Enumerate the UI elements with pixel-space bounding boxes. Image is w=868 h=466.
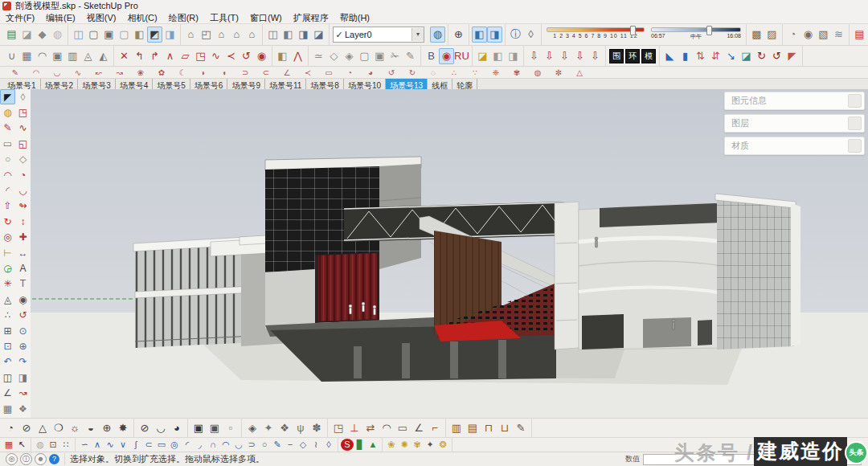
3d-text-tool[interactable]: T: [15, 276, 31, 292]
disabled-circle-icon[interactable]: ◍: [34, 439, 47, 451]
sandbox-drape-icon[interactable]: ▥: [65, 48, 80, 64]
bezier-open-right-icon[interactable]: ⊃: [245, 439, 258, 451]
view-iso-icon[interactable]: ⌂: [183, 27, 199, 43]
shadow-ground-icon[interactable]: ▨: [764, 27, 780, 43]
time-slider-handle[interactable]: [706, 26, 712, 35]
import-n-icon[interactable]: ⇩: [572, 48, 588, 64]
dropdown-arrow-icon[interactable]: ▾: [411, 28, 424, 41]
select-dots-icon[interactable]: ∷: [59, 439, 72, 451]
swap-vertical-icon[interactable]: ⇅: [693, 48, 708, 64]
bezier-wave-icon[interactable]: ≀: [309, 439, 322, 451]
rotate-tool[interactable]: ↻: [0, 214, 15, 229]
scissors-cut-icon[interactable]: ✕: [117, 48, 132, 64]
protractor-tool[interactable]: ◶: [0, 260, 15, 276]
photo-textures-icon[interactable]: ▧: [816, 27, 831, 43]
box-mode-b-icon[interactable]: ◨: [487, 27, 502, 43]
blue-wedge-icon[interactable]: ◣: [662, 48, 678, 64]
disc-texture-icon[interactable]: ◍: [529, 67, 547, 78]
rectangle-tool[interactable]: ▭: [0, 136, 15, 151]
teal-box-icon[interactable]: ◪: [739, 48, 754, 64]
move-tool[interactable]: ✚: [15, 230, 31, 245]
shadow-month-slider[interactable]: 1 2 3 4 5 6 7 8 9 10 11 12: [547, 27, 645, 39]
shadow-settings-icon[interactable]: ▩: [749, 27, 764, 43]
ib-tool-icon[interactable]: B: [424, 48, 439, 64]
half-disc-left-icon[interactable]: ◖: [215, 67, 233, 78]
style-xray-icon[interactable]: ◫: [71, 27, 86, 43]
zoom-tool[interactable]: ⊙: [15, 323, 31, 338]
select-box-icon[interactable]: ⊡: [47, 439, 59, 451]
corner-tool-icon[interactable]: ◳: [330, 420, 346, 436]
panel-collapse-button[interactable]: [848, 94, 862, 108]
gem-solid-icon[interactable]: ◈: [342, 48, 357, 64]
import-v-icon[interactable]: ⇩: [557, 48, 572, 64]
picker-icon[interactable]: ✎: [513, 420, 529, 436]
angle-draw-icon[interactable]: ∠: [278, 67, 296, 78]
cube-yellow-icon[interactable]: ◪: [475, 48, 490, 64]
dots-up-icon[interactable]: ∴: [445, 67, 463, 78]
arc-brown-icon[interactable]: ◠: [379, 420, 395, 436]
panel-collapse-button[interactable]: [848, 117, 862, 130]
pan-tool[interactable]: ⊞: [0, 323, 15, 338]
angle-brown-icon[interactable]: ∠: [411, 420, 427, 436]
bezier-open-left-icon[interactable]: ⊂: [142, 439, 155, 451]
photo-match-icon[interactable]: ◔: [785, 27, 800, 43]
half-disc-right-icon[interactable]: ◗: [194, 67, 212, 78]
style-shaded-textures-icon[interactable]: ◩: [147, 27, 162, 43]
freehand-tool[interactable]: ∿: [15, 121, 31, 136]
edit-component-icon[interactable]: ◫: [265, 27, 280, 43]
color-wheel-icon[interactable]: ▦: [2, 439, 15, 451]
s-curve-badge-icon[interactable]: S: [341, 439, 354, 451]
menu-item[interactable]: 视图(V): [81, 12, 122, 24]
circle-slash-icon[interactable]: ⊘: [137, 420, 153, 436]
peak-pencil-icon[interactable]: ∧: [162, 48, 178, 64]
component-attributes-icon[interactable]: ◨: [296, 27, 311, 43]
offset-tool[interactable]: ◎: [0, 230, 15, 245]
bezier-polyline-icon[interactable]: ∽: [78, 439, 91, 451]
bezier-circle-icon[interactable]: ◎: [168, 439, 181, 451]
geolocation-icon[interactable]: ◎: [6, 453, 18, 465]
polygon-tool[interactable]: ◇: [15, 152, 31, 167]
sine-wave-icon[interactable]: ∿: [69, 67, 87, 78]
bezier-corner-br-icon[interactable]: ◞: [194, 439, 207, 451]
view-top-icon[interactable]: ◰: [199, 27, 214, 43]
view-right-icon[interactable]: ⌂: [229, 27, 244, 43]
bench-icon[interactable]: ⊓: [481, 420, 497, 436]
squiggle-wire-icon[interactable]: ∿: [208, 48, 223, 64]
snowflake-box-icon[interactable]: ❖: [276, 420, 293, 436]
section-plane-tool[interactable]: ◫: [0, 370, 15, 385]
sandbox-from-contours-icon[interactable]: ∪: [4, 48, 19, 64]
look-around-tool[interactable]: ◉: [15, 292, 31, 307]
corner-up-icon[interactable]: ↰: [132, 48, 147, 64]
credits-icon[interactable]: ⓘ: [20, 453, 32, 465]
gear-sun-icon[interactable]: ✸: [115, 420, 131, 436]
cube-gray-b-icon[interactable]: ◨: [506, 48, 521, 64]
panel-header[interactable]: 图层: [724, 114, 865, 133]
swap-tool-icon[interactable]: ⇄: [362, 420, 379, 436]
cone-icon[interactable]: △: [35, 420, 51, 436]
dimension-tool[interactable]: ↔: [15, 245, 31, 260]
teapot-outline-icon[interactable]: ◡: [153, 420, 169, 436]
globe-grid-icon[interactable]: ⊕: [99, 420, 115, 436]
bezier-pen-icon[interactable]: ✎: [271, 439, 284, 451]
flower-spark-icon[interactable]: ✼: [550, 67, 567, 78]
chair-tool-icon[interactable]: ⌐: [427, 420, 443, 436]
extension-tool-tool[interactable]: ❖: [15, 401, 31, 416]
menu-item[interactable]: 扩展程序: [288, 12, 334, 24]
style-wireframe-icon[interactable]: ▢: [86, 27, 101, 43]
cube-gray-a-icon[interactable]: ◧: [490, 48, 506, 64]
diamond-eye-icon[interactable]: ◈: [244, 420, 260, 436]
entity-info-icon[interactable]: ⓘ: [508, 27, 523, 43]
menu-item[interactable]: 帮助(H): [334, 12, 375, 24]
layer-dropdown[interactable]: ✓ Layer0 ▾: [333, 27, 424, 43]
huan-tool-icon[interactable]: 环: [625, 49, 640, 63]
tan-cube-icon[interactable]: ◧: [275, 48, 290, 64]
fence-icon[interactable]: ▥: [448, 420, 465, 436]
bezier-corner-tl-icon[interactable]: ◜: [181, 439, 194, 451]
hook-cw-icon[interactable]: ↻: [754, 48, 769, 64]
layer-manager-icon[interactable]: ◍: [430, 27, 445, 43]
menu-item[interactable]: 窗口(W): [244, 12, 288, 24]
ru-tool-icon[interactable]: RU: [454, 48, 469, 64]
snip-tool-icon[interactable]: ✁: [387, 48, 403, 64]
angle-bracket-icon[interactable]: ≺: [223, 48, 239, 64]
sandbox-stamp-icon[interactable]: ▣: [50, 48, 65, 64]
